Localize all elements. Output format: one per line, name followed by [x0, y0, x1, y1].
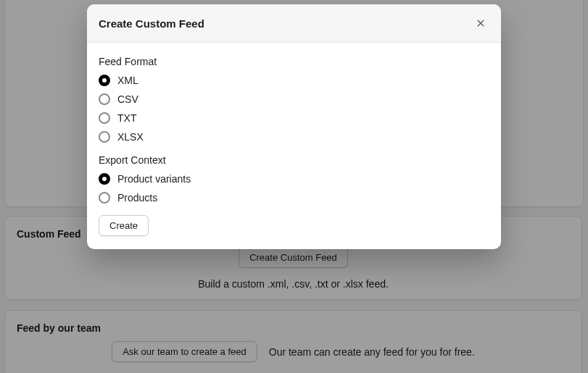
feed-format-option-xml[interactable]: XML [99, 75, 489, 86]
export-context-option-products[interactable]: Products [99, 192, 489, 204]
radio-label: XLSX [117, 131, 144, 143]
feed-format-option-csv[interactable]: CSV [99, 93, 489, 105]
radio-label: CSV [117, 93, 138, 105]
radio-indicator [99, 173, 110, 185]
radio-indicator [99, 75, 110, 86]
close-icon [476, 18, 485, 28]
radio-indicator [99, 112, 110, 124]
modal-title: Create Custom Feed [99, 17, 204, 30]
radio-indicator [99, 192, 110, 204]
export-context-radio-group: Product variantsProducts [99, 173, 489, 204]
radio-indicator [99, 131, 110, 143]
feed-format-radio-group: XMLCSVTXTXLSX [99, 75, 489, 143]
close-button[interactable] [472, 14, 489, 32]
create-button[interactable]: Create [99, 215, 149, 236]
radio-indicator [99, 93, 110, 105]
radio-label: Products [117, 192, 157, 204]
radio-label: Product variants [117, 173, 191, 185]
export-context-option-product-variants[interactable]: Product variants [99, 173, 489, 185]
feed-format-option-txt[interactable]: TXT [99, 112, 489, 124]
export-context-label: Export Context [99, 154, 489, 166]
radio-label: XML [117, 75, 138, 86]
radio-label: TXT [117, 112, 136, 124]
modal-header: Create Custom Feed [87, 4, 501, 43]
create-custom-feed-modal: Create Custom Feed Feed Format XMLCSVTXT… [87, 4, 501, 249]
modal-body: Feed Format XMLCSVTXTXLSX Export Context… [87, 43, 501, 249]
feed-format-option-xlsx[interactable]: XLSX [99, 131, 489, 143]
feed-format-label: Feed Format [99, 56, 489, 67]
